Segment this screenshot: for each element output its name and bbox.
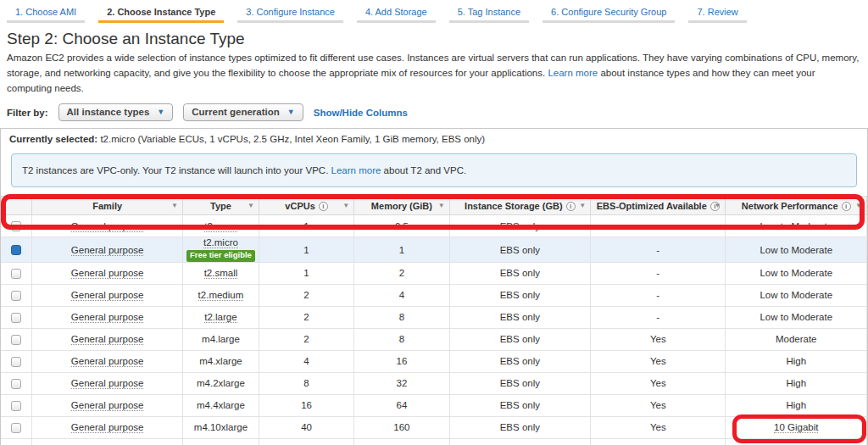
cell-memory: 64 [354,394,449,416]
cell-memory: 160 [354,416,449,438]
table-row-m3.medium[interactable]: General purposem3.medium13.751 x 4 (SSD)… [1,438,867,445]
cell-vcpus: 2 [259,306,353,328]
column-header-memory-gib-[interactable]: Memory (GiB)▼ [354,197,449,215]
column-header-vcpus[interactable]: vCPUsi▼ [259,197,353,215]
filter-bar: Filter by: All instance types ▼ Current … [7,103,868,121]
column-label: Instance Storage (GB) [465,201,563,211]
info-icon[interactable]: i [566,202,576,211]
cell-network-performance: Moderate [726,328,867,350]
column-label: Network Performance [742,201,838,211]
cell-ebs-optimized: - [591,306,726,328]
info-icon[interactable]: i [319,202,328,211]
tab-choose-ami[interactable]: 1. Choose AMI [7,4,85,23]
table-row-m4.xlarge[interactable]: General purposem4.xlarge416EBS onlyYesHi… [1,350,867,372]
instance-type-filter-value: All instance types [67,107,150,117]
cell-ebs-optimized: - [591,284,726,306]
cell-family: General purpose [32,438,183,445]
tab-tag-instance[interactable]: 5. Tag Instance [449,4,529,23]
free-tier-badge: Free tier eligible [186,250,255,261]
cell-type: m4.xlarge [183,350,259,372]
row-checkbox[interactable] [11,357,21,367]
currently-selected-bar: Currently selected: t2.micro (Variable E… [1,129,867,148]
tab-review[interactable]: 7. Review [688,4,746,23]
instance-type-filter[interactable]: All instance types ▼ [58,103,174,121]
cell-network-performance: Low to Moderate [726,215,867,237]
cell-storage: EBS only [449,328,591,350]
row-checkbox[interactable] [11,313,21,323]
cell-family: General purpose [32,237,183,262]
table-row-m4.4xlarge[interactable]: General purposem4.4xlarge1664EBS onlyYes… [1,394,867,416]
column-header-ebs-optimized-available[interactable]: EBS-Optimized Availablei▼ [591,197,726,215]
cell-storage: EBS only [449,416,591,438]
column-header-type[interactable]: Type▼ [183,197,259,215]
cell-ebs-optimized: - [591,262,726,284]
row-checkbox[interactable] [11,335,21,345]
cell-storage: EBS only [449,350,591,372]
sort-icon: ▼ [579,202,586,209]
tab-configure-instance[interactable]: 3. Configure Instance [237,4,343,23]
cell-vcpus: 1 [259,215,353,237]
row-checkbox[interactable] [11,291,21,301]
filter-by-label: Filter by: [7,108,48,118]
column-header-network-performance[interactable]: Network Performancei▼ [726,197,867,215]
cell-memory: 0.5 [354,215,449,237]
cell-memory: 2 [354,262,449,284]
table-row-t2.small[interactable]: General purposet2.small12EBS only-Low to… [1,262,867,284]
cell-type: m4.large [183,328,259,350]
cell-memory: 1 [354,237,449,262]
cell-vcpus: 1 [259,438,353,445]
row-checkbox[interactable] [11,423,21,433]
cell-type: m4.2xlarge [183,372,259,394]
vpc-learn-more-link[interactable]: Learn more [331,165,381,175]
table-row-t2.medium[interactable]: General purposet2.medium24EBS only-Low t… [1,284,867,306]
cell-storage: 1 x 4 (SSD) [449,438,591,445]
column-label: Type [210,201,231,211]
cell-vcpus: 40 [259,416,353,438]
table-header-row: Family▼Type▼vCPUsi▼Memory (GiB)▼Instance… [1,197,867,215]
cell-storage: EBS only [449,262,591,284]
cell-memory: 8 [354,328,449,350]
tab-add-storage[interactable]: 4. Add Storage [357,4,436,23]
cell-ebs-optimized: Yes [591,416,726,438]
cell-storage: EBS only [449,215,591,237]
show-hide-columns-link[interactable]: Show/Hide Columns [314,108,408,118]
page-description: Amazon EC2 provides a wide selection of … [7,51,860,96]
tab-configure-security-group[interactable]: 6. Configure Security Group [542,4,675,23]
cell-type: t2.medium [183,284,259,306]
cell-ebs-optimized: - [591,237,726,262]
selection-panel: Currently selected: t2.micro (Variable E… [0,128,868,445]
cell-ebs-optimized: Yes [591,350,726,372]
page-title: Step 2: Choose an Instance Type [7,30,868,48]
learn-more-link[interactable]: Learn more [548,68,598,78]
info-icon[interactable]: i [842,202,851,211]
cell-storage: EBS only [449,284,591,306]
sort-icon: ▼ [248,202,254,209]
row-checkbox[interactable] [11,269,21,279]
cell-vcpus: 8 [259,372,353,394]
table-row-m4.10xlarge[interactable]: General purposem4.10xlarge40160EBS onlyY… [1,416,867,438]
cell-type: t2.small [183,262,259,284]
row-checkbox[interactable] [11,379,21,389]
generation-filter[interactable]: Current generation ▼ [183,103,303,121]
row-checkbox-checked[interactable] [11,245,21,255]
row-checkbox[interactable] [11,401,21,411]
table-row-t2.large[interactable]: General purposet2.large28EBS only-Low to… [1,306,867,328]
column-header-checkbox [1,197,32,215]
cell-network-performance: High [726,394,867,416]
table-row-m4.large[interactable]: General purposem4.large28EBS onlyYesMode… [1,328,867,350]
table-row-t2.micro[interactable]: General purposet2.microFree tier eligibl… [1,237,867,262]
cell-network-performance: High [726,350,867,372]
cell-family: General purpose [32,262,183,284]
table-row-m4.2xlarge[interactable]: General purposem4.2xlarge832EBS onlyYesH… [1,372,867,394]
vpc-note-text: T2 instances are VPC-only. Your T2 insta… [22,165,331,175]
step-tabs: 1. Choose AMI2. Choose Instance Type3. C… [0,0,868,23]
sort-icon: ▼ [438,202,445,209]
cell-vcpus: 1 [259,237,353,262]
column-header-family[interactable]: Family▼ [32,197,183,215]
table-row-t2.nano[interactable]: General purposet2.nano10.5EBS only-Low t… [1,215,867,237]
tab-choose-instance-type[interactable]: 2. Choose Instance Type [98,4,224,23]
cell-vcpus: 1 [259,262,353,284]
cell-type: m4.10xlarge [183,416,259,438]
column-header-instance-storage-gb-[interactable]: Instance Storage (GB)i▼ [449,197,591,215]
row-checkbox[interactable] [11,221,21,231]
